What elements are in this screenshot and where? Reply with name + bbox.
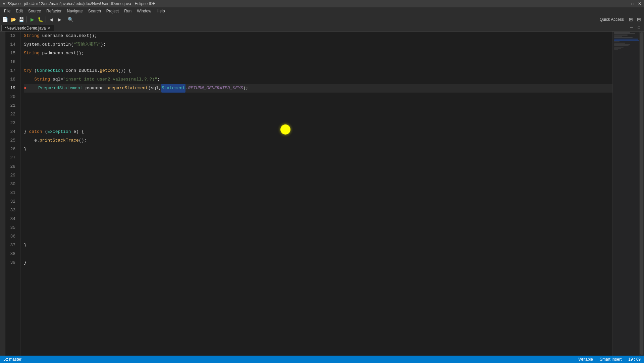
minimap-line [614, 32, 630, 33]
ln-16: 16 [5, 58, 17, 66]
ln-26: 26 [5, 145, 17, 154]
code-line-32 [24, 197, 612, 206]
minimap-line [614, 48, 621, 49]
code-line-29 [24, 171, 612, 180]
ln-17: 17 [5, 66, 17, 75]
minimize-btn[interactable]: ─ [625, 1, 628, 6]
code-line-25: e.printStackTrace(); [24, 136, 612, 145]
ln-28: 28 [5, 162, 17, 171]
minimap[interactable] [612, 32, 639, 356]
run-btn[interactable]: ▶ [29, 16, 36, 23]
code-line-20 [24, 93, 612, 101]
editor-area[interactable]: 13 14 15 16 17 18 19 20 21 22 23 24 25 2… [5, 32, 644, 356]
code-line-13: String username=scan.next(); [24, 32, 612, 40]
ln-29: 29 [5, 171, 17, 180]
menu-source[interactable]: Source [25, 8, 44, 14]
toolbar: 📄 📂 💾 ▶ 🐛 ◀ ▶ 🔍 Quick Access ⊞ ⊟ [0, 15, 644, 24]
ln-23: 23 [5, 119, 17, 127]
prev-btn[interactable]: ◀ [48, 16, 55, 23]
ln-19: 19 [5, 84, 17, 93]
toolbar-sep-3 [65, 16, 65, 22]
minimap-line [614, 37, 633, 38]
tab-close-btn[interactable]: ✕ [47, 26, 50, 31]
minimap-line [614, 44, 630, 45]
right-scrollbar[interactable] [639, 32, 644, 356]
status-bar: ⎇ master Writable Smart Insert 19 : 69 [0, 356, 644, 363]
maximize-btn[interactable]: □ [632, 1, 634, 6]
ln-35: 35 [5, 223, 17, 232]
menu-run[interactable]: Run [121, 8, 134, 14]
code-line-24: } catch (Exception e) { [24, 127, 612, 136]
code-line-26: } [24, 145, 612, 154]
tab-label: *NewUserIdDemo.java [5, 26, 46, 31]
minimap-line-highlight [614, 39, 638, 40]
ln-36: 36 [5, 232, 17, 241]
code-line-35 [24, 223, 612, 232]
code-line-14: System.out.println("请输入密码"); [24, 40, 612, 49]
code-line-34 [24, 215, 612, 223]
search-toolbar-btn[interactable]: 🔍 [67, 16, 74, 23]
next-btn[interactable]: ▶ [56, 16, 63, 23]
left-gutter [0, 32, 5, 356]
status-right: Writable Smart Insert 19 : 69 [578, 357, 641, 362]
code-line-39: } [24, 258, 612, 267]
maximize-editor-btn[interactable]: □ [635, 24, 643, 31]
menu-window[interactable]: Window [134, 8, 154, 14]
ln-27: 27 [5, 154, 17, 162]
menu-navigate[interactable]: Navigate [64, 8, 85, 14]
main-area: 13 14 15 16 17 18 19 20 21 22 23 24 25 2… [0, 32, 644, 356]
view-btn[interactable]: ⊟ [635, 16, 643, 23]
menu-project[interactable]: Project [104, 8, 121, 14]
ln-14: 14 [5, 40, 17, 49]
menu-search[interactable]: Search [86, 8, 104, 14]
minimize-editor-btn[interactable]: ─ [628, 24, 635, 31]
code-line-38 [24, 250, 612, 258]
menu-file[interactable]: File [1, 8, 13, 14]
menu-edit[interactable]: Edit [13, 8, 25, 14]
menu-help[interactable]: Help [154, 8, 168, 14]
status-position: 19 : 69 [628, 357, 641, 362]
code-line-37: } [24, 241, 612, 250]
code-line-19: ● PreparedStatement ps=conn.prepareState… [24, 84, 612, 93]
ln-37: 37 [5, 241, 17, 250]
menu-refactor[interactable]: Refactor [44, 8, 64, 14]
code-content[interactable]: String username=scan.next(); System.out.… [20, 32, 612, 356]
close-btn[interactable]: ✕ [638, 1, 641, 6]
code-line-28 [24, 162, 612, 171]
toolbar-sep-1 [26, 16, 27, 22]
code-line-23 [24, 119, 612, 127]
ln-18: 18 [5, 75, 17, 84]
code-line-27 [24, 154, 612, 162]
minimap-line-highlight [614, 40, 639, 41]
code-line-31 [24, 189, 612, 197]
code-line-15: String pwd=scan.next(); [24, 49, 612, 58]
save-btn[interactable]: 💾 [17, 16, 25, 23]
ln-32: 32 [5, 197, 17, 206]
kw-string-15: String [24, 49, 42, 58]
ln-13: 13 [5, 32, 17, 40]
line-numbers: 13 14 15 16 17 18 19 20 21 22 23 24 25 2… [5, 32, 20, 356]
ln-22: 22 [5, 110, 17, 119]
status-writable: Writable [578, 357, 593, 362]
ln-31: 31 [5, 189, 17, 197]
ln-34: 34 [5, 215, 17, 223]
code-line-30 [24, 180, 612, 189]
scrollbar-track[interactable] [640, 32, 643, 355]
ln-15: 15 [5, 49, 17, 58]
minimap-line [614, 35, 628, 36]
ln-39: 39 [5, 258, 17, 267]
title-text: VIPSpace - jdbcUnit12/src/main/java/cn/t… [3, 1, 156, 6]
tab-newuseriddemo[interactable]: *NewUserIdDemo.java ✕ [1, 25, 54, 31]
perspective-btn[interactable]: ⊞ [627, 16, 635, 23]
cursor-indicator [280, 124, 290, 135]
menu-bar: File Edit Source Refactor Navigate Searc… [0, 7, 644, 15]
debug-btn[interactable]: 🐛 [37, 16, 44, 23]
quick-access-label: Quick Access [600, 17, 624, 22]
code-line-17: try (Connection conn=DBUtils.getConn()) … [24, 66, 612, 75]
new-btn[interactable]: 📄 [1, 16, 9, 23]
code-line-18: String sql="insert into user2 values(nul… [24, 75, 612, 84]
error-marker: ● [24, 84, 26, 93]
open-btn[interactable]: 📂 [9, 16, 17, 23]
minimap-line [614, 47, 624, 48]
ln-30: 30 [5, 180, 17, 189]
